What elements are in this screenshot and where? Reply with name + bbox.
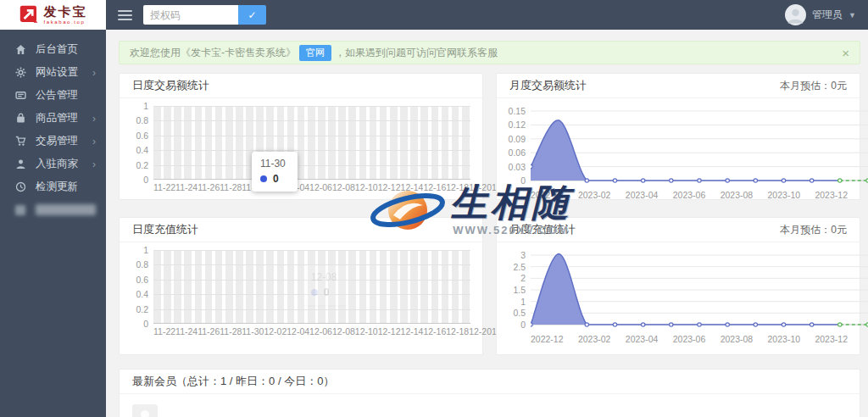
x-tick-label: 2023-06 — [673, 334, 706, 344]
x-tick-label: 2023-10 — [768, 334, 801, 344]
x-tick-label: 2023-06 — [673, 190, 706, 200]
y-tick-label: 0.4 — [136, 146, 148, 155]
sidebar-item-redacted[interactable] — [0, 198, 106, 221]
x-tick-label: 11-22 — [153, 182, 175, 192]
x-axis: 11-2211-2411-2611-2811-3012-0212-0412-06… — [153, 182, 470, 192]
x-tick-label: 11-30 — [242, 326, 264, 336]
chart-area: 32.521.510.502022-122023-022023-042023-0… — [497, 242, 860, 344]
sidebar: 后台首页 网站设置 › 公告管理 商品管理 › — [0, 30, 106, 417]
monthly-estimate-badge: 本月预估：0元 — [780, 79, 847, 93]
x-axis: 2022-122023-022023-042023-062023-082023-… — [531, 334, 848, 344]
redacted-icon — [15, 204, 26, 215]
cart-icon — [15, 136, 26, 147]
chart-title: 日度充值统计 — [132, 222, 198, 237]
sidebar-item-home[interactable]: 后台首页 — [0, 38, 106, 61]
x-tick-label: 11-22 — [153, 326, 175, 336]
sidebar-item-goods[interactable]: 商品管理 › — [0, 107, 106, 130]
monthly-chart-plot[interactable] — [531, 250, 868, 331]
tooltip-value: 0 — [273, 171, 279, 186]
announcement-icon — [15, 90, 26, 101]
x-tick-label: 11-24 — [175, 326, 198, 336]
x-tick-label: 11-26 — [198, 326, 220, 336]
sidebar-item-update[interactable]: 检测更新 — [0, 175, 106, 198]
monthly-estimate-badge: 本月预估：0元 — [780, 223, 847, 237]
y-tick-label: 0 — [520, 320, 526, 330]
sidebar-item-label: 商品管理 — [36, 111, 78, 125]
sidebar-item-settings[interactable]: 网站设置 › — [0, 61, 106, 84]
x-tick-label: 2023-02 — [578, 334, 611, 344]
members-body — [120, 394, 860, 417]
logo[interactable]: 发卡宝 fakabao.top — [0, 0, 106, 30]
search-button[interactable]: ✓ — [238, 5, 266, 25]
hamburger-menu-icon[interactable] — [118, 10, 132, 20]
chart-area: 10.80.60.40.2011-30011-2211-2411-2611-28… — [120, 98, 482, 192]
chart-tooltip: 12-080 — [303, 265, 349, 305]
redacted-label — [36, 204, 96, 215]
y-tick-label: 1 — [143, 246, 148, 255]
x-tick-label: 11-26 — [198, 182, 220, 192]
charts-grid: 日度交易额统计 10.80.60.40.2011-30011-2211-2411… — [119, 73, 860, 355]
y-tick-label: 0 — [143, 320, 148, 329]
alert-close-icon[interactable]: × — [842, 47, 849, 59]
alert-banner: 欢迎您使用《发卡宝-卡密售卖系统》 官网 ，如果遇到问题可访问官网联系客服 × — [119, 41, 860, 64]
y-tick-label: 3 — [520, 251, 526, 260]
x-tick-label: 2022-12 — [531, 190, 564, 200]
chart-tooltip: 11-300 — [252, 152, 298, 192]
layout: 后台首页 网站设置 › 公告管理 商品管理 › — [0, 30, 868, 417]
x-tick-label: 12-06 — [309, 182, 332, 192]
x-tick-label: 12-10 — [355, 326, 378, 336]
y-tick-label: 2.5 — [513, 263, 526, 272]
sidebar-item-trade[interactable]: 交易管理 › — [0, 130, 106, 153]
x-tick-label: 12-20 — [469, 326, 492, 336]
x-tick-label: 2023-08 — [721, 190, 754, 200]
logo-title: 发卡宝 — [44, 5, 87, 18]
card-header: 最新会员（总计：1 / 昨日：0 / 今日：0） — [120, 370, 860, 394]
members-title: 最新会员（总计：1 / 昨日：0 / 今日：0） — [132, 374, 334, 389]
area-chart-svg[interactable] — [531, 106, 868, 184]
y-tick-label: 0.15 — [509, 107, 526, 116]
search-input[interactable] — [143, 5, 238, 25]
sidebar-item-notice[interactable]: 公告管理 — [0, 84, 106, 107]
y-axis: 10.80.60.40.20 — [128, 250, 153, 324]
x-tick-label: 12-08 — [332, 182, 355, 192]
monthly-chart-plot[interactable] — [531, 106, 868, 187]
daily-chart-plot[interactable] — [153, 106, 470, 180]
x-tick-label: 11-28 — [220, 326, 242, 336]
chevron-right-icon: › — [92, 68, 96, 78]
sidebar-item-label: 交易管理 — [36, 134, 78, 148]
card-header: 日度充值统计 — [120, 218, 482, 242]
y-tick-label: 1 — [520, 297, 526, 307]
series-dot — [311, 289, 318, 296]
official-site-button[interactable]: 官网 — [299, 45, 331, 61]
alert-text-before: 欢迎您使用《发卡宝-卡密售卖系统》 — [130, 46, 296, 60]
card-daily-recharge-chart: 日度充值统计 10.80.60.40.2012-08011-2211-2411-… — [119, 217, 483, 355]
tooltip-date: 11-30 — [260, 156, 286, 171]
series-dot — [260, 175, 267, 182]
sidebar-item-label: 后台首页 — [36, 42, 78, 57]
alert-text-after: ，如果遇到问题可访问官网联系客服 — [335, 46, 498, 60]
user-menu[interactable]: 管理员 ▼ — [785, 4, 856, 25]
y-axis: 0.150.120.090.060.030 — [505, 106, 531, 187]
chart-title: 月度充值统计 — [509, 222, 576, 237]
x-tick-label: 2023-08 — [721, 334, 754, 344]
x-tick-label: 12-06 — [309, 326, 332, 336]
chart-title: 月度交易额统计 — [509, 78, 587, 93]
chart-area: 10.80.60.40.2012-08011-2211-2411-2611-28… — [120, 242, 482, 336]
area-chart-svg[interactable] — [531, 250, 868, 328]
y-tick-label: 0.8 — [136, 260, 148, 270]
member-avatar[interactable] — [132, 404, 158, 417]
y-axis: 10.80.60.40.20 — [128, 106, 153, 180]
card-header: 日度交易额统计 — [120, 74, 482, 98]
y-tick-label: 0.5 — [513, 309, 526, 318]
sidebar-item-label: 网站设置 — [36, 65, 78, 80]
chart-area: 0.150.120.090.060.0302022-122023-022023-… — [497, 98, 860, 200]
clock-icon — [15, 181, 26, 192]
card-monthly-recharge-chart: 月度充值统计 本月预估：0元 32.521.510.502022-122023-… — [496, 217, 860, 355]
x-axis: 2022-122023-022023-042023-062023-082023-… — [531, 190, 848, 200]
sidebar-item-merchant[interactable]: 入驻商家 › — [0, 153, 106, 175]
y-tick-label: 1.5 — [513, 286, 526, 295]
x-tick-label: 11-28 — [220, 182, 242, 192]
topbar-main: ✓ 管理员 ▼ — [106, 0, 868, 30]
x-tick-label: 12-04 — [287, 326, 309, 336]
y-tick-label: 0.4 — [136, 290, 148, 299]
